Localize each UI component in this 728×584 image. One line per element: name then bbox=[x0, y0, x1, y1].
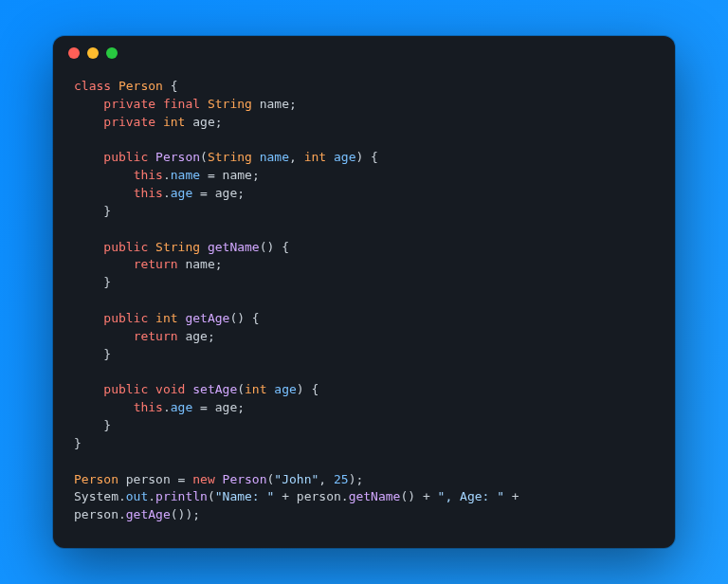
token-kw: new bbox=[192, 472, 214, 486]
token-kw: this bbox=[134, 168, 163, 182]
token-var: age bbox=[171, 400, 192, 414]
token-type: int bbox=[304, 150, 326, 164]
token-punc: . bbox=[163, 400, 171, 414]
code-area: class Person { private final String name… bbox=[53, 70, 675, 541]
token-fn: Person bbox=[155, 150, 200, 164]
token-var: out bbox=[126, 489, 148, 503]
token-type: Person bbox=[118, 79, 163, 93]
token-type: int bbox=[155, 311, 177, 325]
token-type: String bbox=[208, 150, 252, 164]
token-punc: . bbox=[118, 489, 126, 503]
token-punc: ); bbox=[349, 472, 364, 486]
token-kw: private bbox=[103, 115, 155, 129]
token-punc: ) { bbox=[355, 150, 377, 164]
token-id: age bbox=[215, 186, 237, 200]
token-type: int bbox=[163, 115, 185, 129]
token-kw: private bbox=[103, 97, 155, 111]
token-punc: () bbox=[400, 489, 415, 503]
token-kw: return bbox=[134, 257, 178, 271]
token-type: Person bbox=[74, 472, 118, 486]
token-kw: public bbox=[103, 311, 148, 325]
token-punc: ; bbox=[252, 168, 260, 182]
token-punc: ( bbox=[208, 489, 215, 503]
token-id: age bbox=[185, 329, 207, 343]
token-punc: } bbox=[103, 204, 111, 218]
token-kw: this bbox=[134, 400, 163, 414]
token-punc: + bbox=[512, 489, 519, 503]
token-punc: = bbox=[208, 168, 215, 182]
token-var: name bbox=[260, 150, 289, 164]
token-type: int bbox=[245, 382, 266, 396]
token-fn: Person bbox=[223, 472, 267, 486]
token-punc: } bbox=[103, 418, 111, 432]
token-id: person bbox=[126, 472, 171, 486]
token-kw: public bbox=[103, 240, 148, 254]
token-id: age bbox=[215, 400, 237, 414]
token-fn: getName bbox=[208, 240, 260, 254]
token-punc: () { bbox=[229, 311, 259, 325]
token-punc: , bbox=[289, 150, 304, 164]
token-kw: this bbox=[134, 186, 163, 200]
token-var: age bbox=[171, 186, 192, 200]
token-id: person bbox=[74, 507, 118, 521]
token-fn: getName bbox=[349, 489, 401, 503]
code-window: class Person { private final String name… bbox=[53, 36, 675, 548]
token-punc: ; bbox=[289, 97, 297, 111]
token-var: name bbox=[171, 168, 200, 182]
token-fn: getAge bbox=[126, 507, 171, 521]
token-kw: return bbox=[134, 329, 178, 343]
token-kw: public bbox=[103, 150, 148, 164]
token-punc: . bbox=[148, 489, 155, 503]
token-punc: } bbox=[74, 436, 82, 450]
token-punc: ; bbox=[237, 400, 245, 414]
token-punc: = bbox=[200, 400, 208, 414]
window-titlebar bbox=[53, 36, 675, 70]
token-punc: . bbox=[118, 507, 126, 521]
token-var: age bbox=[274, 382, 296, 396]
token-punc: { bbox=[171, 79, 178, 93]
token-punc: . bbox=[163, 186, 171, 200]
token-punc: ; bbox=[208, 329, 215, 343]
token-punc: () { bbox=[260, 240, 289, 254]
code-content: class Person { private final String name… bbox=[74, 78, 654, 524]
token-type: String bbox=[155, 240, 200, 254]
token-type: String bbox=[208, 97, 252, 111]
token-punc: . bbox=[341, 489, 349, 503]
minimize-icon[interactable] bbox=[87, 47, 99, 59]
token-punc: = bbox=[200, 186, 208, 200]
token-punc: } bbox=[103, 275, 111, 289]
token-punc: ( bbox=[200, 150, 208, 164]
token-str: "John" bbox=[274, 472, 318, 486]
token-kw: public bbox=[103, 382, 148, 396]
token-mod: final bbox=[163, 97, 200, 111]
token-punc: } bbox=[103, 347, 111, 361]
token-kw: void bbox=[155, 382, 185, 396]
token-fn: println bbox=[155, 489, 208, 503]
token-fn: getAge bbox=[185, 311, 229, 325]
token-punc: ; bbox=[237, 186, 245, 200]
token-str: "Name: " bbox=[215, 489, 275, 503]
token-punc: + bbox=[282, 489, 289, 503]
token-punc: = bbox=[178, 472, 186, 486]
token-punc: ; bbox=[215, 257, 223, 271]
zoom-icon[interactable] bbox=[106, 47, 118, 59]
token-id: age bbox=[192, 115, 214, 129]
token-var: age bbox=[334, 150, 355, 164]
token-kw: class bbox=[74, 79, 111, 93]
token-punc: ()); bbox=[171, 507, 200, 521]
token-punc: ( bbox=[237, 382, 245, 396]
token-fn: setAge bbox=[192, 382, 237, 396]
close-icon[interactable] bbox=[68, 47, 80, 59]
token-punc: ; bbox=[215, 115, 223, 129]
token-id: name bbox=[185, 257, 214, 271]
token-punc: ) { bbox=[297, 382, 318, 396]
token-punc: . bbox=[163, 168, 171, 182]
token-punc: + bbox=[423, 489, 430, 503]
token-str: ", Age: " bbox=[438, 489, 504, 503]
token-id: System bbox=[74, 489, 118, 503]
token-id: name bbox=[223, 168, 252, 182]
token-id: person bbox=[297, 489, 341, 503]
token-punc: , bbox=[318, 472, 334, 486]
token-id: name bbox=[260, 97, 289, 111]
token-num: 25 bbox=[334, 472, 349, 486]
